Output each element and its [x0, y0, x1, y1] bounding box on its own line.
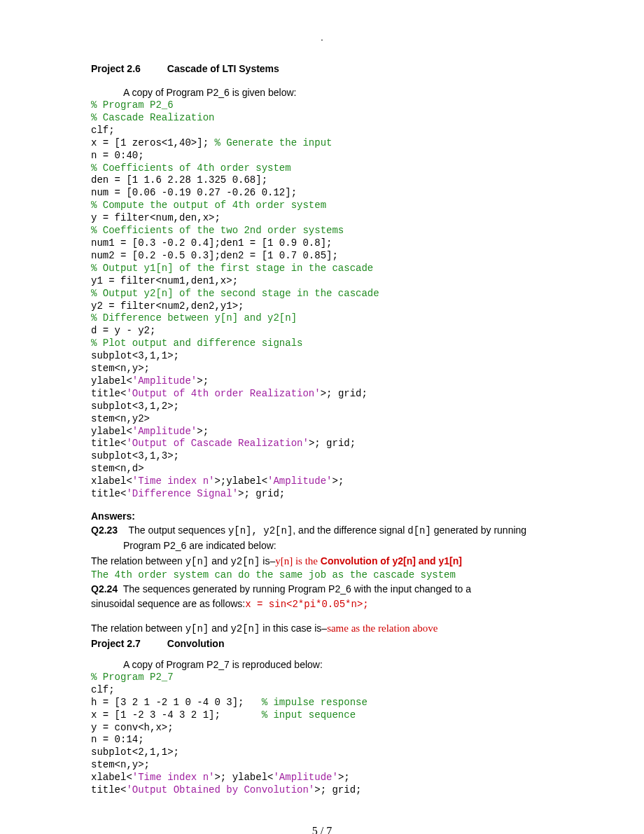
relation-line: The relation between y[n] and y2[n] is–y…: [91, 553, 553, 569]
project-number: Project 2.6: [91, 63, 141, 74]
project-2-7-heading: Project 2.7Convolution: [91, 638, 553, 649]
code-line: y = filter<num,den,x>;: [91, 212, 220, 223]
code-line: h = [3 2 1 -2 1 0 -4 0 3];: [91, 697, 262, 708]
code-line: num = [0.06 -0.19 0.27 -0.26 0.12];: [91, 187, 297, 198]
code-line: >; grid;: [321, 388, 368, 399]
code-line: % Plot output and difference signals: [91, 338, 302, 349]
q-number: Q2.24: [91, 583, 118, 595]
code-line: title<: [91, 784, 126, 795]
rel-text: and: [209, 623, 230, 634]
inline-code-red: x = sin<2*pi*0.05*n>;: [245, 599, 368, 610]
page-number: 5 / 7: [91, 825, 553, 834]
code-line: % Difference between y[n] and y2[n]: [91, 312, 297, 324]
code-line: d = y - y2;: [91, 325, 155, 336]
code-line: >;ylabel<: [214, 475, 267, 487]
code-line: n = 0:40;: [91, 150, 144, 161]
rel-text: in this case is–: [260, 623, 327, 634]
code-line: 'Difference Signal': [126, 488, 238, 499]
code-line: xlabel<: [91, 475, 132, 487]
project-title: Convolution: [167, 638, 225, 649]
red-annotation: y[n] is the: [275, 555, 321, 567]
code-line: % Coefficients of 4th order system: [91, 162, 291, 174]
rel-text: The relation between: [91, 555, 186, 567]
code-line: % Output y1[n] of the first stage in the…: [91, 263, 373, 274]
code-line: clf;: [91, 125, 115, 136]
code-line: title<: [91, 488, 126, 499]
intro-text-2: A copy of Program P2_7 is reproduced bel…: [123, 659, 553, 670]
code-line: ylabel<: [91, 426, 132, 437]
rel-text: The relation between: [91, 623, 186, 634]
code-line: 'Output Obtained by Convolution': [126, 784, 314, 795]
code-line: subplot<2,1,1>;: [91, 746, 179, 758]
code-line: % Cascade Realization: [91, 112, 214, 123]
code-line: x = [1 zeros<1,40>];: [91, 137, 214, 148]
q-number: Q2.23: [91, 524, 118, 536]
code-line: n = 0:14;: [91, 734, 144, 745]
code-line: 'Amplitude': [273, 772, 337, 783]
code-line: >;: [197, 426, 209, 437]
q-text: , and the difference signal: [293, 524, 407, 536]
q-text: generated by running: [431, 524, 526, 536]
inline-code: d[n]: [407, 525, 431, 536]
code-line: y1 = filter<num1,den1,x>;: [91, 275, 238, 286]
code-line: >; grid;: [238, 488, 285, 499]
code-line: >; ylabel<: [214, 772, 273, 783]
code-line: 'Amplitude': [132, 426, 197, 437]
rel-text: is–: [260, 555, 275, 567]
q-text: sinusoidal sequence are as follows:: [91, 598, 245, 609]
code-line: subplot<3,1,3>;: [91, 450, 179, 461]
code-line: % input sequence: [262, 709, 356, 721]
code-line: stem<n,y>;: [91, 363, 150, 374]
inline-code: y[n]: [186, 556, 209, 567]
code-line: den = [1 1.6 2.28 1.325 0.68];: [91, 174, 267, 186]
code-line: % Program P2_6: [91, 99, 174, 111]
inline-code: y2[n]: [263, 525, 293, 536]
code-line: 'Amplitude': [267, 475, 332, 487]
code-line: >;: [197, 375, 209, 387]
code-line: y2 = filter<num2,den2,y1>;: [91, 300, 244, 312]
code-line: % impulse response: [262, 697, 368, 708]
document-page: . Project 2.6Cascade of LTI Systems A co…: [0, 0, 644, 834]
code-line: 'Amplitude': [132, 375, 197, 387]
code-line: 'Time index n': [132, 772, 215, 783]
code-line: % Compute the output of 4th order system: [91, 200, 326, 211]
code-block-p2-7: % Program P2_7 clf; h = [3 2 1 -2 1 0 -4…: [91, 672, 553, 797]
q-text: ,: [252, 525, 264, 536]
code-line: 'Time index n': [132, 475, 215, 487]
top-separator: .: [0, 32, 644, 43]
code-line: >;: [332, 475, 344, 487]
code-line: 'Output of Cascade Realization': [126, 438, 308, 449]
order4-note: The 4th order system can do the same job…: [91, 569, 553, 582]
code-line: The 4th order system can do the same job…: [91, 569, 456, 581]
code-line: >; grid;: [309, 438, 356, 449]
inline-code: y2[n]: [230, 623, 260, 634]
code-line: 'Output of 4th order Realization': [126, 388, 320, 399]
relation-line-2: The relation between y[n] and y2[n] in t…: [91, 620, 553, 637]
code-line: >;: [338, 772, 350, 783]
project-2-6-heading: Project 2.6Cascade of LTI Systems: [91, 63, 553, 74]
red-annotation-bold: Convolution of y2[n] and y1[n]: [321, 555, 462, 567]
code-line: subplot<3,1,1>;: [91, 350, 179, 361]
inline-code: y[n]: [186, 623, 209, 634]
code-line: y = conv<h,x>;: [91, 722, 174, 733]
code-line: xlabel<: [91, 772, 132, 783]
code-line: title<: [91, 388, 126, 399]
code-line: % Coefficients of the two 2nd order syst…: [91, 225, 344, 236]
code-line: num2 = [0.2 -0.5 0.3];den2 = [1 0.7 0.85…: [91, 250, 338, 261]
code-line: % Generate the input: [214, 137, 332, 148]
q-text: The output sequences: [128, 524, 227, 536]
q2-24-line: Q2.24 The sequences generated by running…: [91, 582, 553, 597]
rel-text: and: [209, 555, 230, 567]
code-line: % Program P2_7: [91, 672, 174, 683]
project-title: Cascade of LTI Systems: [167, 63, 279, 74]
code-line: clf;: [91, 684, 115, 695]
project-number: Project 2.7: [91, 638, 141, 649]
q2-24-line2: sinusoidal sequence are as follows:x = s…: [91, 597, 553, 612]
q2-23-line2: Program P2_6 are indicated below:: [123, 538, 553, 553]
inline-code: y2[n]: [230, 556, 260, 567]
code-line: stem<n,y2>: [91, 413, 150, 424]
code-line: x = [1 -2 3 -4 3 2 1];: [91, 709, 262, 721]
q-text: The sequences generated by running Progr…: [123, 583, 471, 595]
code-line: stem<n,d>: [91, 463, 144, 474]
code-line: ylabel<: [91, 375, 132, 387]
